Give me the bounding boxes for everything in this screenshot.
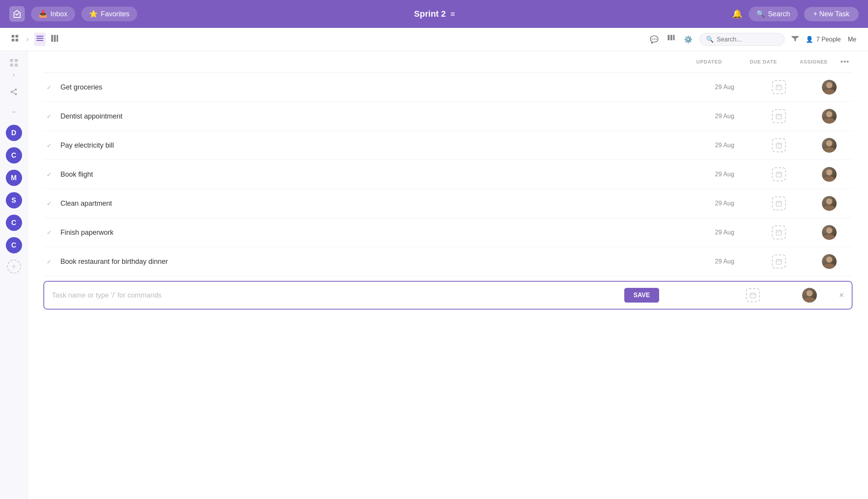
sidebar-avatar-c1[interactable]: C: [6, 147, 22, 163]
columns-icon[interactable]: [665, 33, 677, 46]
more-options-icon[interactable]: •••: [840, 57, 849, 66]
calendar-icon-7[interactable]: [772, 255, 786, 268]
task-assignee-4[interactable]: [806, 167, 852, 182]
assignee-avatar-3: [822, 138, 837, 153]
sidebar-avatar-d[interactable]: D: [6, 125, 22, 141]
duedate-header: DUE DATE: [736, 59, 790, 65]
svg-rect-10: [668, 35, 670, 40]
task-name-7[interactable]: Book restaurant for birthday dinner: [60, 258, 698, 266]
svg-rect-7: [51, 35, 53, 42]
task-duedate-4[interactable]: [752, 167, 806, 181]
task-duedate-1[interactable]: [752, 80, 806, 94]
task-duedate-6[interactable]: [752, 225, 806, 239]
favorites-button[interactable]: ⭐ Favorites: [81, 7, 137, 21]
calendar-icon-5[interactable]: [772, 196, 786, 210]
new-task-button[interactable]: + New Task: [804, 7, 859, 21]
me-button[interactable]: Me: [846, 33, 859, 46]
task-check-7[interactable]: ✓: [43, 256, 54, 267]
svg-rect-34: [776, 201, 782, 206]
list-view-toggle[interactable]: [34, 33, 46, 46]
settings-icon[interactable]: ⚙️: [682, 33, 695, 46]
task-name-4[interactable]: Book flight: [60, 170, 698, 179]
topnav: 📥 Inbox ⭐ Favorites Sprint 2 ≡ 🔔 🔍 Searc…: [0, 0, 868, 28]
task-check-1[interactable]: ✓: [43, 82, 54, 93]
task-assignee-7[interactable]: [806, 254, 852, 269]
svg-rect-38: [776, 231, 782, 235]
svg-rect-42: [776, 260, 782, 264]
me-label: Me: [848, 36, 856, 43]
logo[interactable]: [9, 6, 25, 22]
collapse-icon[interactable]: −: [9, 106, 18, 119]
favorites-label: Favorites: [101, 10, 129, 18]
sidebar: › − D C M S C C +: [0, 51, 28, 499]
board-view-toggle[interactable]: [49, 33, 60, 46]
search-button[interactable]: 🔍 Search: [749, 7, 798, 21]
people-icon: 👤: [806, 36, 813, 43]
svg-rect-0: [12, 35, 14, 38]
share-icon[interactable]: [8, 86, 20, 100]
sidebar-avatar-c2[interactable]: C: [6, 215, 22, 231]
new-task-row: SAVE ×: [43, 281, 852, 310]
task-check-3[interactable]: ✓: [43, 140, 54, 151]
sidebar-avatar-m[interactable]: M: [6, 170, 22, 186]
close-new-task-button[interactable]: ×: [839, 290, 844, 300]
notification-button[interactable]: 🔔: [732, 9, 742, 19]
task-check-5[interactable]: ✓: [43, 198, 54, 209]
task-name-6[interactable]: Finish paperwork: [60, 229, 698, 237]
filter-icon[interactable]: [789, 33, 801, 46]
comment-icon[interactable]: 💬: [648, 33, 661, 46]
calendar-icon-1[interactable]: [772, 80, 786, 94]
new-task-assignee[interactable]: [786, 288, 833, 303]
svg-rect-11: [670, 35, 672, 40]
task-assignee-2[interactable]: [806, 109, 852, 124]
inbox-button[interactable]: 📥 Inbox: [31, 7, 75, 21]
grid-view-toggle[interactable]: [9, 33, 21, 46]
task-check-6[interactable]: ✓: [43, 227, 54, 238]
calendar-icon-2[interactable]: [772, 109, 786, 123]
toolbar: › 💬 ⚙️ 🔍: [0, 28, 868, 51]
assignee-avatar-2: [822, 109, 837, 124]
calendar-icon-6[interactable]: [772, 225, 786, 239]
save-button[interactable]: SAVE: [624, 288, 659, 303]
search-label: Search: [768, 10, 790, 18]
svg-rect-18: [776, 85, 782, 90]
menu-icon[interactable]: ≡: [451, 10, 455, 19]
sidebar-avatar-s[interactable]: S: [6, 192, 22, 208]
task-name-2[interactable]: Dentist appointment: [60, 112, 698, 120]
inbox-label: Inbox: [50, 10, 67, 18]
task-name-5[interactable]: Clean apartment: [60, 200, 698, 208]
sidebar-avatar-c3[interactable]: C: [6, 237, 22, 253]
task-name-1[interactable]: Get groceries: [60, 83, 698, 91]
task-check-4[interactable]: ✓: [43, 169, 54, 180]
calendar-icon-3[interactable]: [772, 138, 786, 152]
task-assignee-1[interactable]: [806, 80, 852, 95]
task-updated-7: 29 Aug: [698, 258, 752, 265]
expand-icon[interactable]: ›: [24, 33, 31, 46]
sidebar-chevron-icon[interactable]: ›: [11, 70, 16, 80]
assignee-header: ASSIGNEE: [790, 59, 837, 65]
task-duedate-3[interactable]: [752, 138, 806, 152]
task-name-3[interactable]: Pay electricity bill: [60, 141, 698, 150]
assignee-avatar-7: [822, 254, 837, 269]
task-assignee-5[interactable]: [806, 196, 852, 211]
task-duedate-5[interactable]: [752, 196, 806, 210]
task-updated-4: 29 Aug: [698, 171, 752, 178]
new-task-calendar-icon[interactable]: [746, 288, 760, 302]
search-input[interactable]: [717, 36, 778, 43]
task-duedate-7[interactable]: [752, 255, 806, 268]
people-button[interactable]: 👤 7 People: [806, 36, 841, 43]
task-assignee-6[interactable]: [806, 225, 852, 240]
toolbar-search-box[interactable]: 🔍: [699, 33, 785, 46]
new-task-input[interactable]: [52, 291, 618, 299]
task-row: ✓ Dentist appointment 29 Aug: [43, 102, 852, 131]
calendar-icon-4[interactable]: [772, 167, 786, 181]
task-row: ✓ Clean apartment 29 Aug: [43, 189, 852, 218]
task-duedate-2[interactable]: [752, 109, 806, 123]
add-person-button[interactable]: +: [7, 260, 21, 274]
task-check-2[interactable]: ✓: [43, 111, 54, 122]
svg-rect-26: [776, 143, 782, 148]
svg-rect-9: [57, 35, 58, 42]
task-assignee-3[interactable]: [806, 138, 852, 153]
new-task-duedate[interactable]: [726, 288, 780, 302]
task-row: ✓ Book flight 29 Aug: [43, 160, 852, 189]
